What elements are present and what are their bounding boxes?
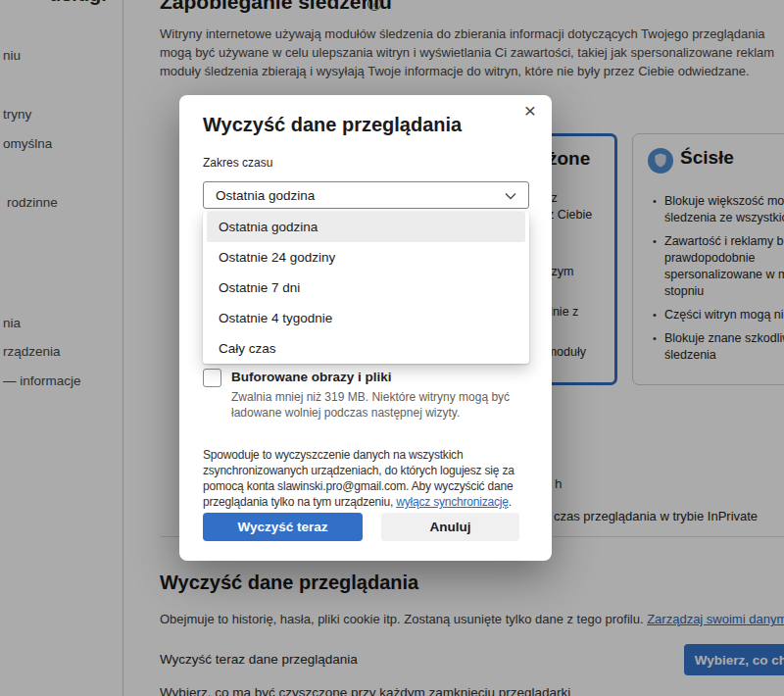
- time-range-dropdown-list: Ostatnia godzina Ostatnie 24 godziny Ost…: [203, 212, 529, 364]
- dropdown-option[interactable]: Ostatnie 7 dni: [207, 273, 525, 303]
- clear-browsing-data-dialog: × Wyczyść dane przeglądania Zakres czasu…: [179, 95, 552, 561]
- sync-note-suffix: .: [509, 495, 512, 509]
- dropdown-option[interactable]: Ostatnia godzina: [207, 212, 525, 242]
- time-range-select[interactable]: Ostatnia godzina: [203, 181, 529, 209]
- clear-now-button[interactable]: Wyczyść teraz: [203, 513, 363, 541]
- cancel-button[interactable]: Anuluj: [381, 513, 519, 541]
- cached-images-description: Zwalnia mniej niż 319 MB. Niektóre witry…: [231, 389, 525, 421]
- dropdown-option[interactable]: Ostatnie 24 godziny: [207, 242, 525, 273]
- sync-note: Spowoduje to wyczyszczenie danych na wsz…: [203, 431, 532, 510]
- time-range-selected-value: Ostatnia godzina: [216, 188, 505, 203]
- cached-images-label: Buforowane obrazy i pliki: [231, 370, 392, 384]
- time-range-label: Zakres czasu: [203, 156, 272, 170]
- cached-images-checkbox[interactable]: [203, 369, 221, 387]
- dialog-title: Wyczyść dane przeglądania: [203, 114, 462, 136]
- close-icon[interactable]: ×: [516, 97, 544, 124]
- chevron-down-icon: [505, 188, 516, 203]
- dropdown-option[interactable]: Ostatnie 4 tygodnie: [207, 303, 525, 333]
- dropdown-option[interactable]: Cały czas: [207, 333, 525, 364]
- disable-sync-link[interactable]: wyłącz synchronizację: [396, 495, 509, 509]
